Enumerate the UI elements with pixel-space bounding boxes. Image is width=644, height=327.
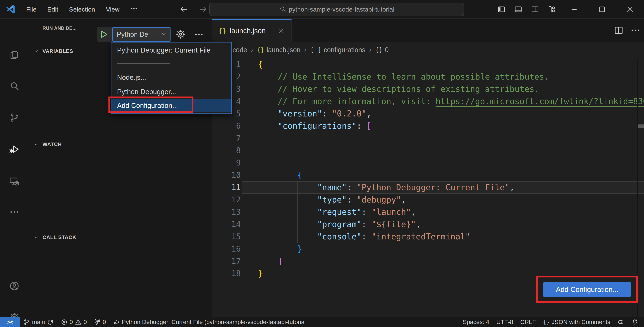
breadcrumb-label: code bbox=[232, 46, 247, 54]
menu-more[interactable] bbox=[125, 0, 143, 19]
line-number[interactable]: 12 bbox=[212, 194, 241, 206]
code-line-11: "name": "Python Debugger: Current File", bbox=[258, 181, 515, 194]
chevron-down-icon bbox=[160, 31, 167, 38]
breadcrumb-label: 0 bbox=[385, 46, 388, 54]
tab-label: launch.json bbox=[230, 27, 274, 35]
line-number[interactable]: 17 bbox=[212, 255, 241, 268]
activity-remote-explorer-remote-explorer-icon[interactable] bbox=[8, 175, 20, 187]
toggle-primary-sidebar-icon[interactable] bbox=[493, 0, 510, 19]
maximize-icon[interactable] bbox=[588, 0, 616, 19]
status-notifications[interactable] bbox=[628, 317, 642, 327]
line-number[interactable]: 16 bbox=[212, 243, 241, 255]
status-indentation[interactable]: Spaces: 4 bbox=[459, 317, 493, 327]
remote-indicator[interactable]: >< bbox=[0, 317, 20, 327]
code-line-2: // Use IntelliSense to learn about possi… bbox=[258, 70, 549, 83]
breadcrumb-label: launch.json bbox=[266, 46, 300, 54]
menu-file[interactable]: File bbox=[21, 0, 42, 19]
command-center-search[interactable]: python-sample-vscode-fastapi-tutorial bbox=[210, 2, 464, 16]
activity-bar bbox=[0, 19, 29, 317]
code-line-5: "version": "0.2.0", bbox=[258, 108, 372, 120]
brackets-icon: [ ] bbox=[310, 46, 322, 54]
start-debugging-icon[interactable] bbox=[99, 29, 109, 39]
dropdown-item-python-debugger-current-file[interactable]: Python Debugger: Current File bbox=[112, 44, 232, 56]
menu-bar: FileEditSelectionView bbox=[21, 0, 143, 19]
status-ports[interactable]: 0 bbox=[90, 317, 110, 327]
navigate-forward-icon[interactable] bbox=[199, 5, 208, 14]
line-number[interactable]: 15 bbox=[212, 230, 241, 243]
editor-actions bbox=[614, 19, 641, 42]
status-copilot[interactable] bbox=[614, 317, 628, 327]
line-number[interactable]: 10 bbox=[212, 169, 241, 181]
activity-run-and-debug-debug-icon[interactable] bbox=[8, 143, 20, 155]
more-actions-icon[interactable] bbox=[630, 25, 641, 36]
menu-edit[interactable]: Edit bbox=[42, 0, 64, 19]
line-number[interactable]: 7 bbox=[212, 132, 241, 144]
menu-view[interactable]: View bbox=[100, 0, 125, 19]
code-line-6: "configurations": [ bbox=[258, 120, 372, 132]
line-number[interactable]: 6 bbox=[212, 120, 241, 132]
section-call-stack[interactable]: CALL STACK bbox=[29, 232, 212, 243]
tab-launch-json[interactable]: {} launch.json bbox=[212, 19, 292, 42]
search-value: python-sample-vscode-fastapi-tutorial bbox=[289, 6, 394, 13]
status-encoding[interactable]: UTF-8 bbox=[493, 317, 517, 327]
status-problems[interactable]: 00 bbox=[57, 317, 90, 327]
status-text: 0 bbox=[84, 318, 87, 326]
line-number[interactable]: 14 bbox=[212, 218, 241, 230]
line-number[interactable]: 13 bbox=[212, 206, 241, 218]
debug-configuration-value: Python De bbox=[117, 30, 158, 38]
menu-selection[interactable]: Selection bbox=[64, 0, 100, 19]
activity-explorer-files-icon[interactable] bbox=[8, 49, 20, 61]
line-number[interactable]: 11 bbox=[212, 181, 241, 194]
error-icon bbox=[61, 318, 68, 326]
section-divider bbox=[29, 231, 212, 231]
editor-tab-bar: {} launch.json bbox=[212, 19, 644, 42]
section-watch[interactable]: WATCH bbox=[29, 139, 212, 150]
activity-accounts-account-icon[interactable] bbox=[8, 280, 20, 292]
navigate-back-icon[interactable] bbox=[179, 5, 188, 14]
activity-search-search-icon[interactable] bbox=[8, 80, 20, 92]
braces-icon: {} bbox=[257, 46, 264, 54]
code-line-16: } bbox=[258, 243, 302, 255]
annotation-red-box-button bbox=[536, 276, 638, 302]
debug-views-more-icon[interactable] bbox=[194, 30, 204, 40]
activity-source-control-source-control-icon[interactable] bbox=[8, 112, 20, 124]
toggle-secondary-sidebar-icon[interactable] bbox=[526, 0, 544, 19]
status-eol[interactable]: CRLF bbox=[517, 317, 540, 327]
breadcrumb-item-configurations[interactable]: [ ]configurations bbox=[310, 46, 366, 54]
sync-icon bbox=[47, 318, 54, 326]
chevron-down-icon bbox=[34, 234, 39, 240]
code-line-15: "console": "integratedTerminal" bbox=[258, 230, 470, 243]
close-icon[interactable] bbox=[278, 27, 285, 35]
toggle-panel-icon[interactable] bbox=[510, 0, 526, 19]
debug-configuration-select[interactable]: Python De bbox=[112, 27, 170, 42]
line-number[interactable]: 9 bbox=[212, 157, 241, 169]
code-line-17: ] bbox=[258, 255, 282, 268]
line-number[interactable]: 8 bbox=[212, 144, 241, 157]
dropdown-item-node-js[interactable]: Node.js... bbox=[112, 72, 232, 84]
braces-icon: {} bbox=[543, 319, 550, 325]
breadcrumb-item-code[interactable]: code bbox=[232, 46, 247, 54]
dropdown-item-python-debugger[interactable]: Python Debugger... bbox=[112, 86, 232, 98]
status-language-mode[interactable]: {}JSON with Comments bbox=[540, 317, 614, 327]
search-icon bbox=[279, 6, 286, 13]
breadcrumb-item-launch.json[interactable]: {}launch.json bbox=[257, 46, 300, 54]
close-icon[interactable] bbox=[616, 0, 644, 19]
status-branch[interactable]: main bbox=[20, 317, 57, 327]
split-editor-icon[interactable] bbox=[614, 25, 624, 36]
status-text: JSON with Comments bbox=[552, 318, 610, 326]
breadcrumb-separator: › bbox=[304, 46, 308, 54]
line-number[interactable]: 18 bbox=[212, 268, 241, 280]
customize-layout-icon[interactable] bbox=[544, 0, 560, 19]
bell-dot-icon bbox=[631, 318, 638, 326]
code-line-10: { bbox=[258, 169, 302, 181]
code-line-13: "request": "launch", bbox=[258, 206, 416, 218]
status-text: UTF-8 bbox=[496, 318, 513, 326]
minimize-icon[interactable] bbox=[560, 0, 588, 19]
open-launch-json-gear-icon[interactable] bbox=[176, 29, 186, 39]
status-text: 0 bbox=[103, 318, 106, 326]
status-text: 0 bbox=[70, 318, 73, 326]
status-debug-status[interactable]: Python Debugger: Current File (python-sa… bbox=[110, 317, 308, 327]
warning-icon bbox=[75, 318, 82, 326]
breadcrumb-item-0[interactable]: {}0 bbox=[375, 46, 389, 54]
activity-more-views-ellipsis-icon[interactable] bbox=[8, 206, 20, 218]
